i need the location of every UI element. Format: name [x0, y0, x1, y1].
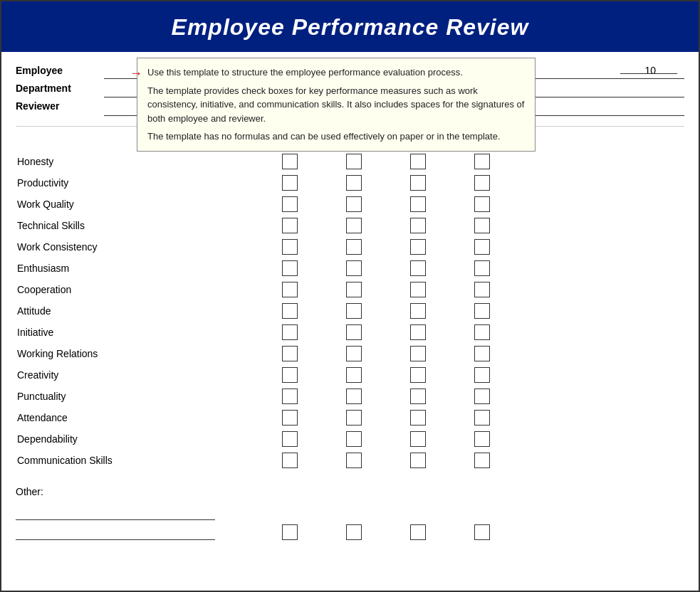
checkbox-fair-14[interactable] [410, 453, 426, 468]
info-labels: Employee Department Reviewer [16, 59, 101, 116]
checkbox-cell-fair [386, 196, 450, 212]
checkbox-poor-3[interactable] [474, 218, 490, 233]
checkbox-cell-good [322, 282, 386, 297]
checkbox-fair-8[interactable] [410, 324, 426, 340]
other-check-poor[interactable] [474, 524, 490, 540]
checkbox-good-11[interactable] [346, 388, 362, 404]
checkbox-cell-good [322, 346, 386, 361]
criteria-row: Work Quality [16, 194, 684, 214]
checkbox-excellent-10[interactable] [282, 367, 298, 383]
criteria-row: Cooperation [16, 280, 684, 300]
checkbox-good-8[interactable] [346, 324, 362, 340]
checkbox-cell-good [322, 431, 386, 447]
checkbox-excellent-7[interactable] [282, 303, 298, 319]
checkbox-cell-excellent [258, 154, 322, 169]
checkbox-poor-5[interactable] [474, 260, 490, 276]
checkbox-good-12[interactable] [346, 410, 362, 426]
page-title: Employee Performance Review [9, 14, 691, 41]
checkbox-poor-14[interactable] [474, 453, 490, 468]
checkbox-poor-1[interactable] [474, 175, 490, 191]
checkbox-good-4[interactable] [346, 239, 362, 255]
other-row [16, 506, 684, 540]
checkbox-poor-11[interactable] [474, 388, 490, 404]
checkbox-excellent-1[interactable] [282, 175, 298, 191]
checkbox-fair-1[interactable] [410, 175, 426, 191]
checkbox-fair-3[interactable] [410, 218, 426, 233]
checkbox-poor-10[interactable] [474, 367, 490, 383]
tooltip-box: Use this template to structure the emplo… [137, 58, 536, 152]
checkbox-good-13[interactable] [346, 431, 362, 447]
checkbox-fair-2[interactable] [410, 196, 426, 212]
checkbox-fair-12[interactable] [410, 410, 426, 426]
checkbox-good-3[interactable] [346, 218, 362, 233]
checkbox-good-10[interactable] [346, 367, 362, 383]
checkbox-excellent-12[interactable] [282, 410, 298, 426]
other-section: Other: [1, 479, 699, 551]
checkbox-cell-excellent [258, 196, 322, 212]
checkbox-poor-6[interactable] [474, 282, 490, 297]
department-label: Department [16, 80, 101, 97]
checkbox-cell-poor [450, 346, 514, 361]
checkbox-excellent-2[interactable] [282, 196, 298, 212]
checkbox-poor-9[interactable] [474, 346, 490, 361]
year-field[interactable] [620, 73, 677, 74]
other-checkbox-poor [450, 524, 514, 540]
checkbox-good-0[interactable] [346, 154, 362, 169]
other-check-fair[interactable] [410, 524, 426, 540]
criteria-row: Attendance [16, 408, 684, 428]
checkbox-good-5[interactable] [346, 260, 362, 276]
checkbox-poor-13[interactable] [474, 431, 490, 447]
checkbox-excellent-11[interactable] [282, 388, 298, 404]
checkbox-excellent-14[interactable] [282, 453, 298, 468]
checkbox-cell-fair [386, 239, 450, 255]
checkbox-cell-excellent [258, 453, 322, 468]
checkbox-cell-poor [450, 154, 514, 169]
other-check-good[interactable] [346, 524, 362, 540]
criteria-name-11: Punctuality [16, 391, 258, 402]
tooltip-arrow: → [130, 66, 142, 81]
checkbox-poor-12[interactable] [474, 410, 490, 426]
checkbox-excellent-13[interactable] [282, 431, 298, 447]
checkbox-fair-7[interactable] [410, 303, 426, 319]
checkbox-excellent-6[interactable] [282, 282, 298, 297]
checkbox-good-7[interactable] [346, 303, 362, 319]
criteria-name-6: Cooperation [16, 284, 258, 295]
criteria-row: Honesty [16, 152, 684, 171]
checkbox-cell-excellent [258, 410, 322, 426]
checkbox-fair-5[interactable] [410, 260, 426, 276]
checkbox-cell-poor [450, 196, 514, 212]
checkbox-excellent-5[interactable] [282, 260, 298, 276]
checkbox-excellent-8[interactable] [282, 324, 298, 340]
checkbox-good-1[interactable] [346, 175, 362, 191]
checkbox-poor-8[interactable] [474, 324, 490, 340]
checkbox-cell-poor [450, 175, 514, 191]
checkbox-cell-excellent [258, 260, 322, 276]
other-lines [16, 506, 258, 540]
criteria-row: Working Relations [16, 344, 684, 364]
checkbox-poor-2[interactable] [474, 196, 490, 212]
checkbox-fair-13[interactable] [410, 431, 426, 447]
checkbox-cell-excellent [258, 175, 322, 191]
checkbox-excellent-9[interactable] [282, 346, 298, 361]
checkbox-fair-0[interactable] [410, 154, 426, 169]
checkbox-good-2[interactable] [346, 196, 362, 212]
checkbox-fair-10[interactable] [410, 367, 426, 383]
checkbox-fair-9[interactable] [410, 346, 426, 361]
checkbox-poor-4[interactable] [474, 239, 490, 255]
checkbox-good-14[interactable] [346, 453, 362, 468]
checkbox-good-6[interactable] [346, 282, 362, 297]
other-line-1[interactable] [16, 506, 215, 520]
checkbox-fair-6[interactable] [410, 282, 426, 297]
checkbox-poor-0[interactable] [474, 154, 490, 169]
other-check-excellent[interactable] [282, 524, 298, 540]
checkbox-excellent-0[interactable] [282, 154, 298, 169]
criteria-name-10: Creativity [16, 369, 258, 381]
checkbox-good-9[interactable] [346, 346, 362, 361]
checkbox-fair-11[interactable] [410, 388, 426, 404]
checkbox-fair-4[interactable] [410, 239, 426, 255]
checkbox-excellent-4[interactable] [282, 239, 298, 255]
checkbox-poor-7[interactable] [474, 303, 490, 319]
criteria-name-7: Attitude [16, 305, 258, 317]
other-line-2[interactable] [16, 526, 215, 540]
checkbox-excellent-3[interactable] [282, 218, 298, 233]
